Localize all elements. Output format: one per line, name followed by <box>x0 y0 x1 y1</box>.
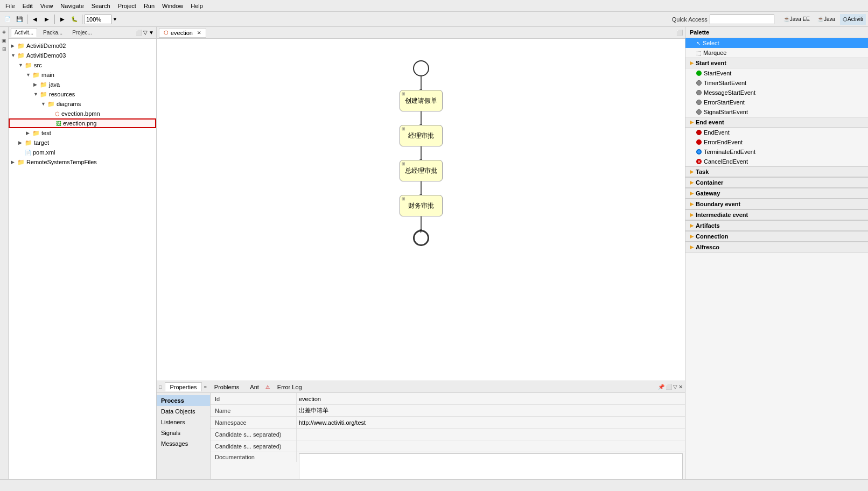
palette-item-select[interactable]: ↖ Select <box>685 38 868 48</box>
tab-errorlog[interactable]: Error Log <box>273 383 306 391</box>
props-input-id[interactable]: evection <box>299 396 683 402</box>
palette-item-messagestartevent[interactable]: MessageStartEvent <box>685 88 868 97</box>
props-value-namespace[interactable]: http://www.activiti.org/test <box>297 417 685 428</box>
tab-properties[interactable]: Properties <box>165 382 201 391</box>
palette-item-terminateendevent[interactable]: TerminateEndEvent <box>685 147 868 157</box>
zoom-dropdown-icon[interactable]: ▼ <box>113 17 117 22</box>
side-icon-1[interactable]: ◈ <box>1 29 8 37</box>
palette-section-gateway[interactable]: ▶ Gateway <box>685 188 868 199</box>
palette-item-endevent[interactable]: EndEvent <box>685 128 868 137</box>
props-minimize-icon[interactable]: ⬜ <box>666 384 672 390</box>
tree-item-activitidemo03[interactable]: ▼ 📁 ActivitiDemo03 <box>9 51 156 60</box>
start-event-node[interactable] <box>413 60 429 76</box>
palette-item-timerstartevent[interactable]: TimerStartEvent <box>685 78 868 88</box>
editor-tab-evection[interactable]: ⬡ evection ✕ <box>159 28 206 38</box>
toolbar-debug[interactable]: 🐛 <box>69 14 80 25</box>
palette-section-end-event[interactable]: ▶ End event <box>685 117 868 128</box>
menu-run[interactable]: Run <box>141 2 158 10</box>
palette-item-cancelendevent[interactable]: ✕ CancelEndEvent <box>685 157 868 166</box>
diagram-canvas[interactable]: ▼ ⊞ 创建请假单 ▼ ⊞ 经理审批 <box>157 39 685 381</box>
tree-item-target[interactable]: ▶ 📁 target <box>9 138 156 148</box>
palette-item-marquee[interactable]: ⬚ Marquee <box>685 48 868 58</box>
props-input-candidate2[interactable] <box>299 443 683 450</box>
tree-item-src[interactable]: ▼ 📁 src <box>9 60 156 70</box>
toolbar-new[interactable]: 📄 <box>2 14 13 25</box>
folder-icon-target: 📁 <box>25 139 32 146</box>
menu-file[interactable]: File <box>2 2 18 10</box>
palette-item-signalstartevent[interactable]: SignalStartEvent <box>685 107 868 117</box>
toolbar-forward[interactable]: ▶ <box>41 14 52 25</box>
tree-item-main[interactable]: ▼ 📁 main <box>9 70 156 80</box>
palette-section-intermediate[interactable]: ▶ Intermediate event <box>685 209 868 220</box>
toolbar-run[interactable]: ▶ <box>57 14 68 25</box>
perspective-java-ee[interactable]: ☕ Java EE <box>781 14 813 25</box>
perspective-java[interactable]: ☕ Java <box>815 14 838 25</box>
palette-section-container[interactable]: ▶ Container <box>685 177 868 188</box>
panel-maximize-icon[interactable]: ▽ <box>143 30 148 36</box>
task-node-1[interactable]: ⊞ 创建请假单 <box>400 90 443 111</box>
tree-item-test[interactable]: ▶ 📁 test <box>9 128 156 138</box>
panel-menu-icon[interactable]: ▼ <box>149 30 154 36</box>
props-input-candidate1[interactable] <box>299 431 683 438</box>
palette-section-start-event[interactable]: ▶ Start event <box>685 58 868 68</box>
props-value-candidate2[interactable] <box>297 440 685 452</box>
props-sidebar-signals[interactable]: Signals <box>157 427 210 438</box>
tab-close-icon[interactable]: ✕ <box>197 30 201 36</box>
side-icon-2[interactable]: ▣ <box>1 38 8 45</box>
palette-section-task[interactable]: ▶ Task <box>685 166 868 177</box>
perspective-activiti[interactable]: ⬡ Activiti <box>840 14 866 25</box>
quick-access-label: Quick Access <box>672 16 708 23</box>
props-sidebar-messages[interactable]: Messages <box>157 438 210 449</box>
props-maximize-icon[interactable]: ▽ <box>673 384 677 390</box>
tab-projec[interactable]: Projec... <box>68 28 96 37</box>
props-value-candidate1[interactable] <box>297 429 685 440</box>
toolbar-save[interactable]: 💾 <box>14 14 25 25</box>
menu-search[interactable]: Search <box>88 2 114 10</box>
tree-item-evection-png[interactable]: 🖼 evection.png <box>9 118 156 128</box>
menu-project[interactable]: Project <box>115 2 139 10</box>
props-value-id[interactable]: evection <box>297 393 685 404</box>
tree-item-java[interactable]: ▶ 📁 java <box>9 80 156 89</box>
props-input-namespace[interactable]: http://www.activiti.org/test <box>299 419 683 426</box>
toolbar-back[interactable]: ◀ <box>30 14 40 25</box>
palette-item-errorstartevent[interactable]: ErrorStartEvent <box>685 97 868 107</box>
tree-item-pom[interactable]: 📄 pom.xml <box>9 148 156 157</box>
menu-view[interactable]: View <box>37 2 57 10</box>
menu-window[interactable]: Window <box>159 2 186 10</box>
palette-section-connection[interactable]: ▶ Connection <box>685 231 868 242</box>
props-value-name[interactable]: 出差申请单 <box>297 405 685 416</box>
tree-item-activitidemo02[interactable]: ▶ 📁 ActivitiDemo02 <box>9 41 156 51</box>
props-sidebar-dataobjects[interactable]: Data Objects <box>157 406 210 417</box>
task-node-2[interactable]: ⊞ 经理审批 <box>400 125 443 146</box>
menu-help[interactable]: Help <box>187 2 206 10</box>
tab-activit[interactable]: Activit... <box>11 28 37 37</box>
props-pin-icon[interactable]: 📌 <box>658 384 664 390</box>
zoom-input[interactable]: 100% <box>85 15 111 24</box>
props-value-documentation[interactable] <box>297 452 685 481</box>
props-input-documentation[interactable] <box>299 453 683 480</box>
props-sidebar-listeners[interactable]: Listeners <box>157 417 210 427</box>
palette-section-artifacts[interactable]: ▶ Artifacts <box>685 220 868 231</box>
palette-section-alfresco[interactable]: ▶ Alfresco <box>685 242 868 252</box>
menu-navigate[interactable]: Navigate <box>57 2 87 10</box>
menu-edit[interactable]: Edit <box>19 2 36 10</box>
task-node-4[interactable]: ⊞ 财务审批 <box>400 195 443 216</box>
tree-item-evection-bpmn[interactable]: ⬡ evection.bpmn <box>9 109 156 118</box>
props-sidebar-process[interactable]: Process <box>157 395 210 406</box>
side-icon-3[interactable]: ⊞ <box>1 46 8 54</box>
tab-packa[interactable]: Packa... <box>39 28 66 37</box>
tab-ant[interactable]: Ant <box>246 383 263 391</box>
props-input-name[interactable]: 出差申请单 <box>299 408 683 414</box>
tree-item-remotesystems[interactable]: ▶ 📁 RemoteSystemsTempFiles <box>9 157 156 167</box>
palette-section-boundary[interactable]: ▶ Boundary event <box>685 199 868 209</box>
tab-problems[interactable]: Problems <box>210 383 243 391</box>
panel-minimize-icon[interactable]: ⬜ <box>136 30 142 36</box>
quick-access-input[interactable] <box>710 15 774 24</box>
palette-item-errorendevent[interactable]: ErrorEndEvent <box>685 137 868 147</box>
editor-expand-icon[interactable]: ⬜ <box>676 30 683 36</box>
tree-item-diagrams[interactable]: ▼ 📁 diagrams <box>9 99 156 109</box>
tree-item-resources[interactable]: ▼ 📁 resources <box>9 89 156 99</box>
palette-item-startevent[interactable]: StartEvent <box>685 68 868 78</box>
props-close-icon[interactable]: ✕ <box>678 384 683 390</box>
task-node-3[interactable]: ⊞ 总经理审批 <box>400 160 443 181</box>
